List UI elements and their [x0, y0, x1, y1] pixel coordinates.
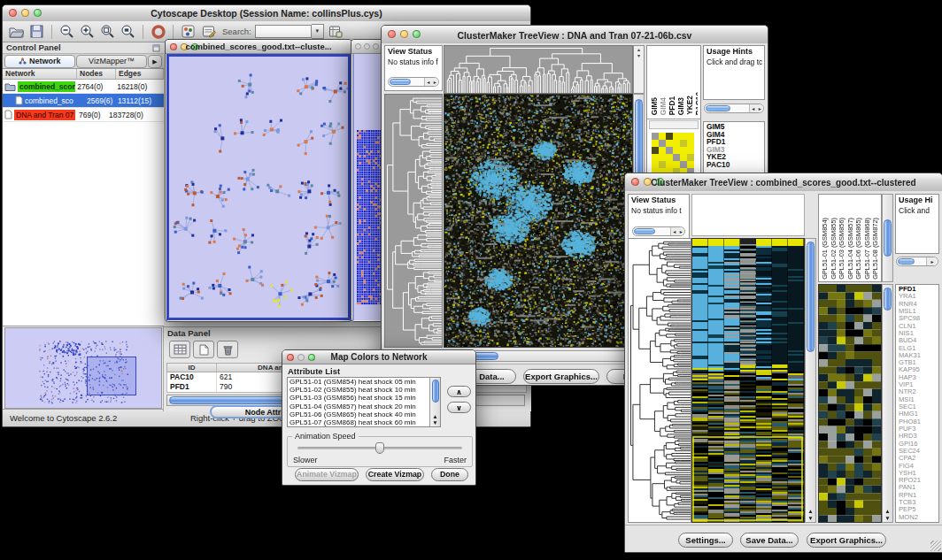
minimize-button[interactable]: [364, 43, 370, 50]
matrix-cell: [659, 154, 666, 161]
heatmap-vscrollbar[interactable]: ▲▼: [805, 238, 816, 523]
network-row[interactable]: DNA and Tran 07 769(0) 183728(0): [3, 108, 164, 122]
zoom-button[interactable]: [373, 43, 379, 50]
attribute-list-item[interactable]: GPL51-01 (GSM854) heat shock 05 min: [288, 378, 440, 386]
file-icon: [15, 96, 23, 105]
heatmap-main[interactable]: [691, 238, 805, 523]
scrollbar-thumb[interactable]: [898, 258, 915, 265]
usage-hints-scrollbar[interactable]: ▸: [896, 257, 938, 266]
labels-vscrollbar[interactable]: [882, 194, 893, 282]
heatmap-zoom[interactable]: [818, 284, 882, 523]
scrollbar-thumb[interactable]: [884, 219, 892, 257]
delete-attribute-icon[interactable]: [217, 341, 238, 358]
network-row[interactable]: combined_scores 2764(0) 16218(0): [3, 80, 164, 94]
map-colors-dialog: Map Colors to Network Attribute List GPL…: [282, 349, 476, 486]
animate-vizmap-button[interactable]: Animate Vizmap: [295, 468, 359, 481]
attribute-list-item[interactable]: GPL51-06 (GSM865) heat shock 40 min: [288, 410, 440, 418]
matrix-cell: [687, 154, 694, 161]
treeview-dna-titlebar[interactable]: ClusterMaker TreeView : DNA and Tran 07-…: [382, 26, 768, 44]
export-graphics-button[interactable]: Export Graphics...: [523, 369, 599, 384]
zoom-vscrollbar[interactable]: ▲▼: [882, 284, 893, 523]
float-panel-icon[interactable]: [152, 44, 160, 52]
selection-heatmap-matrix[interactable]: [652, 133, 694, 175]
usage-hints-panel: Usage Hi Click and: [895, 194, 939, 254]
column-header-nodes[interactable]: Nodes: [77, 69, 116, 79]
export-graphics-button[interactable]: Export Graphics...: [807, 533, 886, 548]
network-name: combined_sco: [25, 96, 73, 105]
scrollbar-thumb[interactable]: [884, 288, 892, 311]
search-dropdown-icon[interactable]: ▾: [312, 24, 324, 39]
attribute-list-item[interactable]: GPL51-02 (GSM855) heat shock 10 min: [288, 386, 440, 394]
usage-hints-scrollbar[interactable]: ◂▸: [704, 104, 764, 113]
main-titlebar[interactable]: Cytoscape Desktop (Session Name: collins…: [3, 5, 530, 22]
tab-network[interactable]: Network: [4, 55, 75, 68]
close-button[interactable]: [355, 43, 361, 50]
open-session-icon[interactable]: [8, 24, 25, 40]
column-header-id[interactable]: ID: [167, 364, 217, 372]
gene-list[interactable]: PFD1YRA1RNR4MSL1SPC98CLN1NIS1BUD4ELG1MAK…: [896, 285, 938, 522]
birds-eye-view[interactable]: [4, 327, 162, 409]
scrollbar-thumb[interactable]: [807, 242, 815, 352]
slider-thumb[interactable]: [375, 442, 384, 454]
import-attributes-icon[interactable]: [328, 24, 344, 40]
create-vizmap-button[interactable]: Create Vizmap: [366, 468, 424, 481]
zoom-selected-icon[interactable]: [99, 24, 116, 40]
attribute-select-icon[interactable]: [169, 341, 190, 358]
done-button[interactable]: Done: [431, 468, 468, 481]
plugins-icon[interactable]: [180, 24, 197, 40]
column-header-network[interactable]: Network: [3, 69, 77, 79]
matrix-cell: [687, 133, 694, 140]
gene-list-item[interactable]: PAC10: [706, 161, 764, 169]
zoom-in-icon[interactable]: [79, 24, 96, 40]
scrollbar-thumb[interactable]: [706, 105, 730, 111]
view-status-title: View Status: [385, 46, 442, 57]
save-session-icon[interactable]: [28, 24, 45, 40]
view-status-scrollbar[interactable]: ◂▸: [388, 77, 439, 87]
view-status-scrollbar[interactable]: ◂▸: [632, 226, 685, 236]
background-network-canvas[interactable]: [354, 54, 383, 315]
network-canvas[interactable]: [169, 57, 348, 318]
row-dendrogram[interactable]: [384, 94, 443, 348]
column-dendrogram-empty[interactable]: [691, 194, 805, 236]
scrollbar-thumb[interactable]: [432, 380, 439, 403]
new-attribute-icon[interactable]: [193, 341, 214, 358]
attribute-listbox[interactable]: GPL51-01 (GSM854) heat shock 05 minGPL51…: [287, 377, 441, 427]
background-network-titlebar[interactable]: [351, 40, 384, 54]
tab-overflow-button[interactable]: ▶: [148, 55, 162, 68]
attribute-list-item[interactable]: GPL51-03 (GSM856) heat shock 15 min: [288, 394, 440, 402]
attribute-list-item[interactable]: GPL51-07 (GSM868) heat shock 60 min: [288, 418, 440, 426]
search-input[interactable]: [255, 25, 312, 38]
column-dendrogram[interactable]: [444, 45, 633, 94]
move-up-button[interactable]: ∧: [447, 386, 471, 397]
attribute-list-label: Attribute List: [288, 366, 340, 376]
column-header-edges[interactable]: Edges: [116, 69, 164, 79]
network-row-selected[interactable]: combined_sco 2569(6) 13112(15): [3, 94, 164, 108]
slower-label: Slower: [293, 456, 318, 464]
network-view-titlebar[interactable]: combined_scores_good.txt--cluste...: [166, 40, 351, 54]
heatmap-main[interactable]: [444, 94, 633, 348]
help-icon[interactable]: [150, 24, 166, 40]
resize-grip[interactable]: [930, 541, 941, 551]
scrollbar-thumb[interactable]: [634, 228, 655, 234]
treeview-combined-titlebar[interactable]: ClusterMaker TreeView : combined_scores_…: [625, 173, 942, 192]
save-data-button[interactable]: Save Data...: [740, 533, 799, 548]
settings-button[interactable]: Settings...: [678, 533, 733, 548]
row-dendrogram[interactable]: [628, 238, 691, 523]
attribute-list-item[interactable]: GPL51-04 (GSM857) heat shock 20 min: [288, 403, 440, 410]
data-panel-title: Data Panel: [167, 328, 211, 338]
network-table-header: Network Nodes Edges: [3, 69, 164, 80]
tab-vizmapper[interactable]: VizMapper™: [76, 55, 147, 68]
network-tree-area[interactable]: [3, 122, 164, 326]
detail-mini-scrollbar[interactable]: [649, 120, 699, 129]
scrollbar-thumb[interactable]: [390, 79, 411, 85]
attribute-list-vscrollbar[interactable]: ▲▼: [429, 378, 440, 426]
annotation-icon[interactable]: [200, 24, 217, 40]
dendrogram-mini-scroll[interactable]: ▴▾: [633, 45, 645, 94]
zoom-column-labels-panel: GPL51-01 (GSM854)GPL51-02 (GSM855)GPL51-…: [818, 194, 882, 282]
dialog-titlebar[interactable]: Map Colors to Network: [282, 350, 475, 364]
move-down-button[interactable]: ∨: [447, 402, 471, 413]
main-window-title: Cytoscape Desktop (Session Name: collins…: [3, 8, 530, 19]
gene-list-item[interactable]: MON2: [899, 514, 938, 521]
zoom-out-icon[interactable]: [58, 24, 75, 40]
zoom-fit-icon[interactable]: [120, 24, 136, 40]
